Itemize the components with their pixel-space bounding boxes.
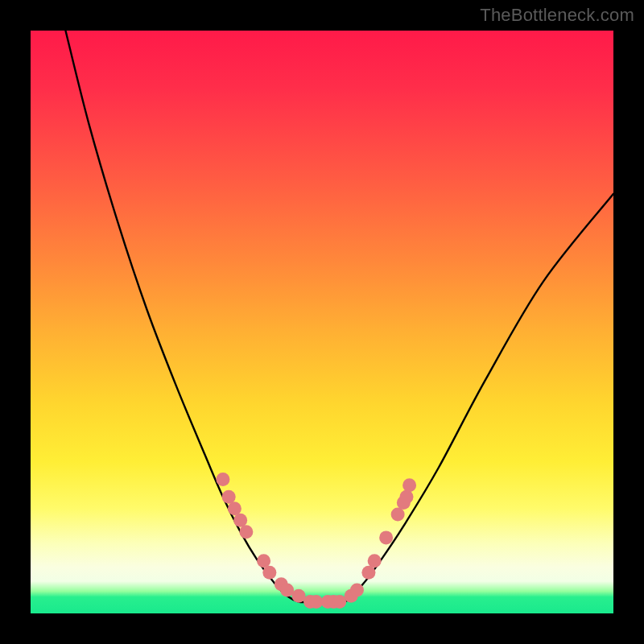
marker-dot	[280, 584, 294, 597]
marker-dot	[379, 530, 393, 544]
marker-dot	[399, 490, 413, 504]
marker-dot	[350, 584, 364, 597]
plot-area	[31, 31, 613, 613]
chart-svg	[31, 31, 613, 613]
chart-frame: TheBottleneck.com	[0, 0, 644, 644]
marker-dot	[222, 490, 236, 504]
curve-line	[65, 31, 613, 603]
marker-dot	[233, 514, 247, 527]
watermark-text: TheBottleneck.com	[480, 5, 634, 26]
marker-dot	[332, 595, 346, 609]
marker-dot	[262, 566, 276, 580]
marker-dot	[239, 525, 253, 539]
marker-dot	[402, 478, 416, 492]
marker-dot	[228, 502, 242, 515]
marker-dot	[309, 595, 323, 609]
bottleneck-curve	[65, 31, 613, 603]
marker-dot	[216, 473, 229, 486]
marker-dot	[292, 589, 306, 603]
marker-dot	[391, 507, 405, 521]
marker-dot	[361, 566, 375, 580]
marker-dot	[257, 554, 270, 568]
marker-dot	[368, 554, 382, 568]
